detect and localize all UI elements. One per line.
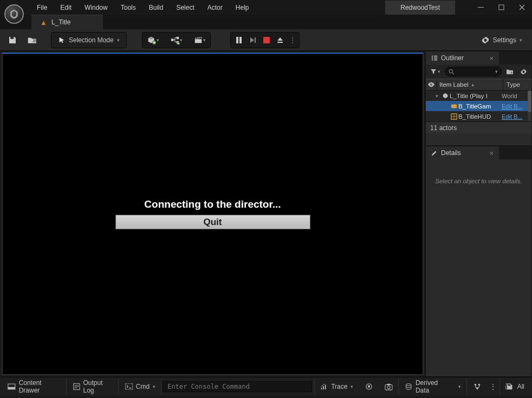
output-log-button[interactable]: Output Log xyxy=(68,378,119,395)
menu-window[interactable]: Window xyxy=(79,1,113,14)
menu-select[interactable]: Select xyxy=(171,1,199,14)
selection-mode-dropdown[interactable]: Selection Mode ▾ xyxy=(54,36,124,44)
chevron-down-icon: ▾ xyxy=(153,384,155,389)
add-actor-button[interactable]: ▾ xyxy=(144,33,163,47)
details-body: Select an object to view details. xyxy=(426,159,531,376)
chevron-down-icon: ▾ xyxy=(117,37,120,43)
step-icon xyxy=(249,36,257,44)
outliner-tab[interactable]: Outliner × xyxy=(426,52,499,65)
browse-button[interactable] xyxy=(24,33,41,48)
outliner-tree[interactable]: ▾ L_Title (Play I World B_TitleGam xyxy=(426,91,528,121)
world-icon xyxy=(441,93,450,99)
svg-point-18 xyxy=(449,69,452,73)
outliner-row-actor[interactable]: B_TitleHUD Edit B... xyxy=(426,111,528,121)
save-trace-button[interactable] xyxy=(360,378,378,395)
chevron-down-icon: ▾ xyxy=(203,37,206,43)
outliner-row-actor[interactable]: B_TitleGam Edit B... xyxy=(426,101,528,111)
play-controls-group: ⋮ xyxy=(230,32,300,48)
stop-button[interactable] xyxy=(260,33,273,47)
menu-actor[interactable]: Actor xyxy=(202,1,228,14)
content-drawer-button[interactable]: Content Drawer xyxy=(2,378,67,395)
edit-blueprint-link[interactable]: Edit B... xyxy=(499,113,528,120)
details-tab[interactable]: Details × xyxy=(426,146,499,159)
console-input[interactable]: Enter Console Command xyxy=(163,381,312,392)
window-maximize[interactable] xyxy=(491,0,511,15)
quit-button[interactable]: Quit xyxy=(115,215,310,229)
svg-point-31 xyxy=(387,386,390,388)
svg-rect-13 xyxy=(432,57,433,59)
outliner-row-world[interactable]: ▾ L_Title (Play I World xyxy=(426,91,528,101)
bookmark-icon xyxy=(365,383,373,390)
outliner-settings-button[interactable] xyxy=(518,67,529,76)
svg-rect-20 xyxy=(451,104,457,108)
details-title: Details xyxy=(441,149,461,157)
type-column[interactable]: Type xyxy=(503,81,531,88)
tab-label: L_Title xyxy=(51,18,71,26)
revision-options[interactable]: ⋮ xyxy=(488,378,498,395)
add-actors-group: ▾ ▾ ▾ xyxy=(142,32,211,48)
window-minimize[interactable] xyxy=(470,0,491,15)
revision-control-button[interactable] xyxy=(468,378,486,395)
derived-data-button[interactable]: Derived Data ▾ xyxy=(400,378,466,395)
trace-icon xyxy=(320,383,328,390)
gamemode-icon xyxy=(450,103,458,110)
svg-rect-27 xyxy=(323,386,324,389)
eject-button[interactable] xyxy=(273,33,287,47)
outliner-scrollbar[interactable] xyxy=(528,91,531,121)
edit-blueprint-link[interactable]: Edit B... xyxy=(499,103,528,110)
screenshot-button[interactable] xyxy=(379,378,399,395)
main-toolbar: Selection Mode ▾ ▾ ▾ xyxy=(0,29,532,51)
menu-help[interactable]: Help xyxy=(230,1,255,14)
work-area: Connecting to the director... Quit Outli… xyxy=(0,51,532,377)
viewport[interactable]: Connecting to the director... Quit xyxy=(2,53,424,375)
expand-icon[interactable]: ▾ xyxy=(436,93,441,99)
new-folder-button[interactable] xyxy=(504,67,516,76)
visibility-column[interactable] xyxy=(426,82,437,87)
outliner-search[interactable]: ▾ xyxy=(445,67,502,76)
svg-rect-15 xyxy=(434,56,437,57)
outliner-panel: Outliner × ▾ ▾ xyxy=(425,51,532,146)
svg-rect-17 xyxy=(434,60,437,61)
svg-rect-7 xyxy=(194,39,201,43)
filter-button[interactable]: ▾ xyxy=(428,67,443,76)
menu-edit[interactable]: Edit xyxy=(55,1,77,14)
svg-rect-14 xyxy=(432,60,433,61)
ue-logo[interactable] xyxy=(0,0,28,28)
close-icon[interactable]: × xyxy=(489,54,494,62)
svg-rect-25 xyxy=(125,383,133,390)
save-button[interactable] xyxy=(4,33,21,48)
svg-point-34 xyxy=(474,384,476,386)
menu-bar: File Edit Window Tools Build Select Acto… xyxy=(31,1,254,14)
menu-file[interactable]: File xyxy=(31,1,53,14)
pause-icon xyxy=(235,36,243,44)
pause-button[interactable] xyxy=(232,33,246,47)
item-label-column[interactable]: Item Label ▲ xyxy=(437,79,503,90)
chevron-down-icon[interactable]: ▾ xyxy=(495,69,498,74)
folder-plus-icon xyxy=(506,68,514,75)
svg-rect-26 xyxy=(321,388,322,390)
gear-icon xyxy=(520,68,527,75)
details-placeholder: Select an object to view details. xyxy=(435,178,522,184)
menu-tools[interactable]: Tools xyxy=(115,1,141,14)
gear-icon xyxy=(481,36,490,44)
menu-build[interactable]: Build xyxy=(144,1,169,14)
tab-level[interactable]: ▲ L_Title xyxy=(31,15,103,29)
frame-skip-button[interactable] xyxy=(246,33,260,47)
play-options-button[interactable]: ⋮ xyxy=(287,36,298,44)
settings-button[interactable]: Settings ▾ xyxy=(476,36,528,44)
blueprint-button[interactable]: ▾ xyxy=(167,33,186,47)
svg-rect-32 xyxy=(387,383,391,385)
database-icon xyxy=(405,383,412,390)
trace-button[interactable]: Trace ▾ xyxy=(314,378,359,395)
save-all-button[interactable]: All xyxy=(499,378,530,395)
right-dock: Outliner × ▾ ▾ xyxy=(425,51,532,377)
outliner-footer: 11 actors xyxy=(426,121,531,134)
outliner-icon xyxy=(431,55,438,61)
outliner-title: Outliner xyxy=(441,54,464,62)
node-icon xyxy=(170,36,180,44)
close-icon[interactable]: × xyxy=(489,149,494,157)
cmd-dropdown[interactable]: Cmd ▾ xyxy=(120,378,161,395)
cinematics-button[interactable]: ▾ xyxy=(190,33,209,47)
project-name: RedwoodTest xyxy=(385,1,455,15)
window-close[interactable] xyxy=(511,0,532,15)
